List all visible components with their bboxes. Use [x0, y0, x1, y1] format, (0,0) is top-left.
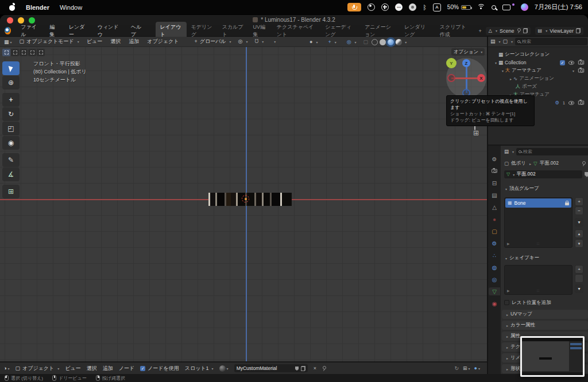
wifi-icon[interactable]	[477, 4, 485, 10]
vertex-group-remove-button[interactable]: −	[575, 206, 583, 215]
spotlight-icon[interactable]	[492, 5, 496, 10]
expand-icon[interactable]: ▾	[502, 69, 504, 73]
gizmos-toggle[interactable]: + ▾	[324, 40, 339, 45]
disable-render-icon[interactable]	[578, 61, 584, 65]
mode-dropdown[interactable]: ▢ オブジェクトモード ▾	[16, 38, 83, 45]
tab-render[interactable]	[489, 167, 500, 175]
lock-icon[interactable]	[565, 202, 569, 205]
shader-menu-add[interactable]: 追加	[103, 365, 113, 372]
material-name-field[interactable]	[234, 364, 308, 372]
menubar-window-menu[interactable]: Window	[60, 4, 82, 11]
properties-search[interactable]	[516, 148, 588, 155]
outliner-row-collection[interactable]: ▾ ▦ Collection ✓	[488, 59, 588, 67]
outliner-row-animation[interactable]: ▸ ∿ アニメーション	[488, 75, 588, 83]
tab-object-data[interactable]: ▽	[489, 287, 500, 295]
panel-uv-maps[interactable]: ▸ UVマップ	[502, 310, 588, 319]
outliner-display-mode-icon[interactable]: ▤	[490, 39, 496, 44]
pin-id-icon[interactable]	[582, 161, 586, 166]
unpin-icon[interactable]	[517, 28, 521, 33]
material-browse-dropdown[interactable]: ▾	[219, 365, 229, 372]
scene-selector[interactable]: △ ▾ Scene	[486, 27, 531, 35]
menu-window[interactable]: ウィンドウ	[92, 24, 126, 38]
shader-type-dropdown[interactable]: ▢ オブジェクト ▾	[15, 365, 59, 372]
tool-select-box[interactable]	[2, 61, 20, 75]
vertex-group-specials-menu[interactable]: ▾	[575, 218, 583, 227]
tool-options-dropdown[interactable]: オプション ▾	[451, 48, 485, 56]
microphone-indicator-icon[interactable]	[347, 3, 361, 11]
toggle-ortho-button[interactable]: ⊞	[473, 129, 479, 137]
shading-material-preview-button[interactable]	[388, 39, 394, 45]
vertex-groups-panel-header[interactable]: ▾ 頂点グループ	[501, 185, 588, 193]
xray-toggle[interactable]: ▢	[363, 40, 369, 45]
list-expand-icon[interactable]: ▶	[507, 289, 510, 293]
line-app-icon[interactable]: ⋯	[395, 3, 403, 11]
editor-type-button[interactable]: ◑ ▾	[3, 366, 9, 371]
shape-key-specials-menu[interactable]: ▾	[575, 284, 583, 293]
select-mode-extend-button[interactable]	[11, 49, 19, 56]
expander-icon[interactable]: ▸	[510, 77, 512, 81]
new-viewlayer-icon[interactable]	[576, 28, 581, 33]
gizmo-axis-x-neg[interactable]	[447, 74, 455, 82]
tool-scale[interactable]: ◰	[2, 122, 20, 135]
tab-tool[interactable]: ⚙	[489, 155, 500, 163]
viewport-canvas[interactable]: オプション ▾ フロント・平行投影 (80) Collection | 低ポリ …	[0, 47, 487, 361]
vertex-group-move-up-button[interactable]: ▲	[575, 229, 583, 238]
editor-type-button[interactable]: ▦▾	[0, 39, 16, 45]
shape-keys-panel-header[interactable]: ▾ シェイプキー	[501, 254, 588, 262]
use-nodes-checkbox[interactable]: ✓	[140, 366, 145, 371]
tab-scene[interactable]: △	[489, 203, 500, 211]
shader-menu-node[interactable]: ノード	[119, 365, 134, 372]
vertex-group-add-button[interactable]: +	[575, 197, 583, 206]
gizmo-axis-x[interactable]: X	[477, 74, 485, 82]
datablock-name-field[interactable]: ▽ ▾	[504, 170, 582, 178]
show-object-types-dropdown[interactable]: ● ▾	[306, 40, 321, 45]
expand-icon[interactable]: ▾	[495, 61, 497, 65]
tool-cursor[interactable]: ⊕	[2, 76, 20, 89]
list-grip-icon[interactable]: ∷	[537, 241, 539, 245]
panel-color-attributes[interactable]: ▸ カラー属性	[502, 321, 588, 330]
outliner-search[interactable]	[515, 38, 587, 45]
viewport-menu-view[interactable]: ビュー	[83, 38, 106, 45]
properties-editor-icon[interactable]: ▤	[504, 149, 509, 154]
unlink-material-button[interactable]: ×	[314, 365, 316, 371]
app-status-icon[interactable]	[381, 3, 389, 11]
properties-search-input[interactable]	[523, 149, 586, 154]
select-mode-intersect-button[interactable]	[37, 49, 45, 56]
pin-material-icon[interactable]	[322, 366, 326, 371]
shader-menu-view[interactable]: ビュー	[65, 365, 80, 372]
tool-annotate[interactable]: ✎	[2, 153, 20, 167]
vertex-group-move-down-button[interactable]: ▼	[575, 239, 583, 248]
overlays-toggle[interactable]: ◎ ▾	[343, 40, 360, 45]
battery-status[interactable]: 50%	[447, 4, 471, 10]
pivot-point-dropdown[interactable]: ◎ ▾	[235, 39, 252, 44]
obs-status-icon[interactable]	[368, 3, 375, 11]
select-mode-invert-button[interactable]	[28, 49, 36, 56]
outliner-filter-id-icon[interactable]: ▢	[503, 39, 508, 44]
transform-orientation-dropdown[interactable]: + グローバル ▾	[191, 38, 234, 45]
tab-output[interactable]: ⊟	[489, 179, 500, 187]
gizmo-axis-z[interactable]: Z	[462, 59, 470, 67]
breadcrumb-data[interactable]: 平面.002	[540, 160, 559, 167]
siri-icon[interactable]	[521, 3, 528, 11]
tool-move[interactable]: +	[2, 93, 20, 107]
snap-cursor-icon[interactable]: ↻	[454, 366, 459, 371]
menubar-clock[interactable]: 7月26日(土) 7:56	[535, 3, 582, 11]
snap-toggle[interactable]: ℧ ▾	[251, 39, 267, 44]
hide-eye-icon[interactable]	[568, 61, 574, 65]
overlay-dropdown[interactable]: ● ▾	[474, 366, 480, 371]
screen-mirroring-icon[interactable]	[502, 5, 510, 10]
tab-constraints[interactable]: ◎	[489, 275, 500, 283]
tab-modifiers[interactable]: ⚙	[489, 239, 500, 247]
menu-help[interactable]: ヘルプ	[126, 24, 150, 38]
material-name-input[interactable]	[237, 365, 293, 371]
shape-key-remove-button[interactable]	[575, 274, 583, 283]
viewport-menu-select[interactable]: 選択	[106, 38, 125, 45]
use-nodes-toggle[interactable]: ✓ ノードを使用	[140, 365, 179, 372]
snapping-dropdown[interactable]: ⊞ ▾	[463, 366, 470, 371]
gizmo-axis-y[interactable]: Y	[446, 58, 457, 68]
rest-position-checkbox[interactable]	[504, 300, 509, 305]
vertex-groups-list[interactable]: ▦ Bone ▶ ∷	[504, 197, 572, 248]
add-workspace-button[interactable]: +	[475, 28, 486, 34]
datablock-name-input[interactable]	[516, 171, 580, 177]
outliner-row-armature-object[interactable]: ▾ 大 アーマチュア ▾	[488, 67, 588, 75]
